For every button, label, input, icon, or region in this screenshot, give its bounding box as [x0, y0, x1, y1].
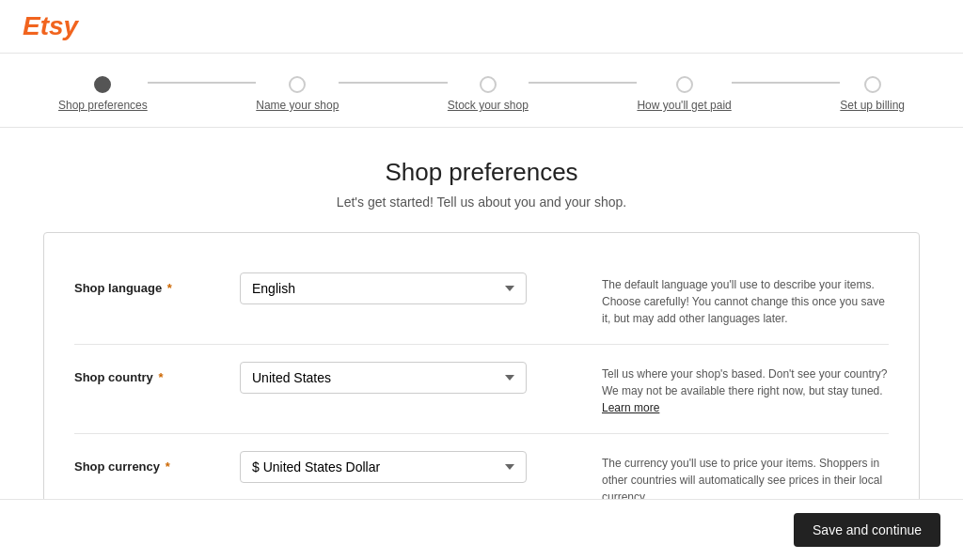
step-circle-4: [676, 76, 693, 93]
step-connector-2: [339, 82, 448, 84]
step-label-2[interactable]: Name your shop: [256, 99, 339, 112]
step-circle-3: [480, 76, 497, 93]
step-connector-3: [529, 82, 638, 84]
shop-country-hint: Tell us where your shop's based. Don't s…: [602, 362, 889, 416]
save-continue-button[interactable]: Save and continue: [794, 513, 940, 547]
shop-country-control: United States United Kingdom Canada Aust…: [240, 362, 527, 394]
currency-required-indicator: *: [166, 459, 170, 474]
page-subtitle: Let's get started! Tell us about you and…: [0, 194, 963, 210]
shop-language-hint: The default language you'll use to descr…: [602, 272, 889, 327]
footer: Save and continue: [0, 499, 963, 560]
shop-language-select[interactable]: English French German Spanish Italian: [240, 272, 527, 304]
learn-more-link[interactable]: Learn more: [602, 401, 659, 414]
shop-currency-label-col: Shop currency *: [74, 451, 225, 474]
step-circle-5: [864, 76, 881, 93]
step-billing[interactable]: Set up billing: [840, 76, 905, 112]
shop-currency-control: $ United States Dollar € Euro £ British …: [240, 451, 527, 483]
shop-currency-select[interactable]: $ United States Dollar € Euro £ British …: [240, 451, 527, 483]
step-name-shop[interactable]: Name your shop: [256, 76, 339, 112]
step-label-1[interactable]: Shop preferences: [58, 99, 148, 112]
shop-language-label-col: Shop language *: [74, 272, 225, 295]
page-title: Shop preferences: [0, 158, 963, 187]
step-connector-4: [732, 82, 841, 84]
page-title-section: Shop preferences Let's get started! Tell…: [0, 128, 963, 232]
shop-country-label: Shop country *: [74, 370, 163, 384]
shop-country-row: Shop country * United States United King…: [74, 345, 889, 434]
country-required-indicator: *: [158, 370, 163, 384]
step-connector-1: [148, 82, 257, 84]
step-circle-2: [289, 76, 306, 93]
step-get-paid[interactable]: How you'll get paid: [637, 76, 731, 112]
step-stock-shop[interactable]: Stock your shop: [448, 76, 529, 112]
shop-currency-label: Shop currency *: [74, 459, 170, 474]
shop-language-control: English French German Spanish Italian: [240, 272, 527, 304]
step-label-3[interactable]: Stock your shop: [448, 99, 529, 112]
header: Etsy: [0, 0, 963, 54]
step-label-4[interactable]: How you'll get paid: [637, 99, 731, 112]
language-required-indicator: *: [167, 281, 172, 295]
shop-country-label-col: Shop country *: [74, 362, 225, 384]
shop-currency-hint: The currency you'll use to price your it…: [602, 451, 889, 506]
shop-language-label: Shop language *: [74, 281, 172, 295]
progress-steps: Shop preferences Name your shop Stock yo…: [58, 76, 905, 112]
step-circle-1: [94, 76, 111, 93]
step-label-5[interactable]: Set up billing: [840, 99, 905, 112]
etsy-logo[interactable]: Etsy: [23, 11, 78, 40]
progress-bar: Shop preferences Name your shop Stock yo…: [0, 54, 963, 128]
shop-country-select[interactable]: United States United Kingdom Canada Aust…: [240, 362, 527, 394]
step-shop-preferences[interactable]: Shop preferences: [58, 76, 148, 112]
shop-language-row: Shop language * English French German Sp…: [74, 256, 889, 345]
